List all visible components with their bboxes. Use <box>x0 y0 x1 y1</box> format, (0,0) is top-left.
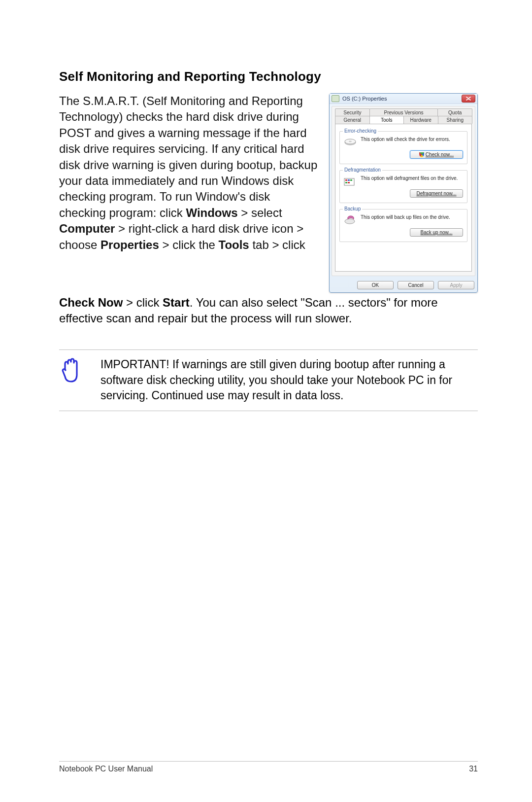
dialog-action-row: OK Cancel Apply <box>330 278 477 292</box>
footer-title: Notebook PC User Manual <box>59 765 153 773</box>
dialog-body: Security Previous Versions Quota General… <box>332 106 475 276</box>
dialog-titlebar[interactable]: OS (C:) Properties <box>330 94 477 104</box>
tab-tools[interactable]: Tools <box>369 116 404 124</box>
group-title-backup: Backup <box>343 206 362 211</box>
disk-check-icon <box>344 137 357 147</box>
tab-pane-tools: Error-checking This option will check th… <box>335 124 472 272</box>
tab-security[interactable]: Security <box>335 108 370 116</box>
properties-dialog: OS (C:) Properties Security Previous Ver… <box>329 93 478 293</box>
bold-check-now: Check Now <box>59 296 123 309</box>
bold-windows: Windows <box>186 206 237 219</box>
section-heading: Self Monitoring and Reporting Technology <box>59 69 478 84</box>
group-defragmentation: Defragmentation <box>339 170 467 203</box>
group-desc-defrag: This option will defragment files on the… <box>361 175 458 181</box>
body-fragment: > click the <box>159 238 219 251</box>
footer-page-number: 31 <box>469 765 478 773</box>
tab-general[interactable]: General <box>335 116 370 124</box>
svg-rect-8 <box>348 182 350 183</box>
important-note-text: IMPORTANT! If warnings are still given d… <box>100 357 478 404</box>
bold-computer: Computer <box>59 222 115 235</box>
page-footer: Notebook PC User Manual 31 <box>59 761 478 773</box>
svg-rect-7 <box>345 182 347 183</box>
svg-rect-6 <box>350 179 352 181</box>
tab-row-top: Security Previous Versions Quota <box>335 108 472 116</box>
body-fragment: The S.M.A.R.T. (Self Monitoring and Repo… <box>59 94 317 219</box>
svg-rect-5 <box>348 179 350 181</box>
bold-properties: Properties <box>100 238 159 251</box>
hand-stop-icon <box>59 357 87 404</box>
bold-start: Start <box>163 296 190 309</box>
tab-row-bottom: General Tools Hardware Sharing <box>335 116 472 124</box>
body-fragment: tab > click <box>249 238 305 251</box>
body-fragment: > click <box>123 296 163 309</box>
group-desc-backup: This option will back up files on the dr… <box>361 214 450 220</box>
defragment-icon <box>344 175 357 186</box>
group-title-error: Error-checking <box>343 128 378 134</box>
tab-sharing[interactable]: Sharing <box>438 116 473 124</box>
close-icon <box>466 97 471 101</box>
apply-button[interactable]: Apply <box>438 281 474 289</box>
check-now-button[interactable]: Check now... <box>410 150 463 159</box>
svg-point-2 <box>349 141 352 142</box>
group-title-defrag: Defragmentation <box>343 167 382 173</box>
bold-tools: Tools <box>219 238 249 251</box>
body-fragment: > select <box>238 206 282 219</box>
group-error-checking: Error-checking This option will check th… <box>339 131 467 164</box>
group-desc-error: This option will check the drive for err… <box>361 137 450 142</box>
tab-hardware[interactable]: Hardware <box>403 116 438 124</box>
svg-point-9 <box>345 219 355 224</box>
ok-button[interactable]: OK <box>357 281 394 289</box>
backup-now-button[interactable]: Back up now... <box>410 228 463 237</box>
group-backup: Backup This option will back up files on… <box>339 209 467 242</box>
dialog-title: OS (C:) Properties <box>342 96 387 102</box>
content-row: The S.M.A.R.T. (Self Monitoring and Repo… <box>59 93 478 293</box>
body-text-left: The S.M.A.R.T. (Self Monitoring and Repo… <box>59 93 319 253</box>
tab-previous-versions[interactable]: Previous Versions <box>369 108 438 116</box>
manual-page: Self Monitoring and Reporting Technology… <box>0 0 532 802</box>
cancel-button[interactable]: Cancel <box>398 281 434 289</box>
close-button[interactable] <box>462 95 475 103</box>
uac-shield-icon <box>419 152 424 157</box>
body-text-continued: Check Now > click Start. You can also se… <box>59 295 478 327</box>
check-now-label: Check now... <box>426 152 454 157</box>
important-note: IMPORTANT! If warnings are still given d… <box>59 349 478 411</box>
defragment-now-button[interactable]: Defragment now... <box>410 189 463 198</box>
drive-icon <box>332 95 339 102</box>
svg-rect-4 <box>345 179 347 181</box>
backup-now-label: Back up now... <box>420 230 452 235</box>
defragment-now-label: Defragment now... <box>416 191 456 196</box>
tab-quota[interactable]: Quota <box>437 108 472 116</box>
backup-icon <box>344 214 357 225</box>
